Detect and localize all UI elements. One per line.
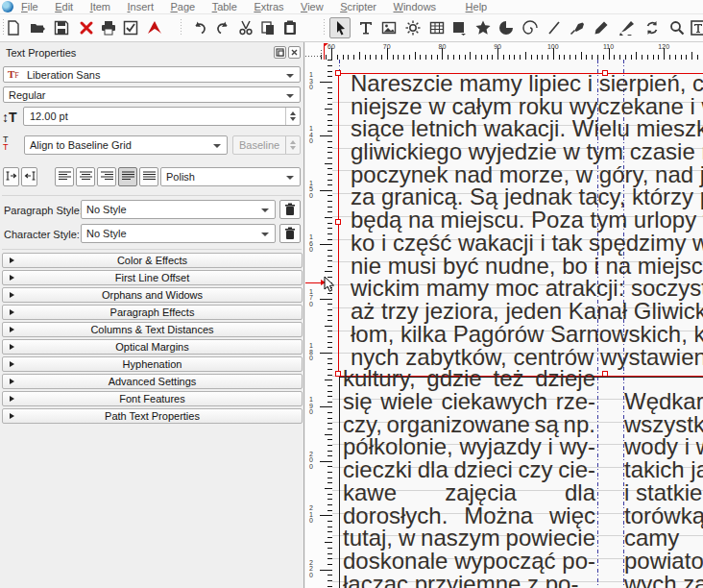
ruler-tick [327,180,332,181]
section-font-features[interactable]: Font Features [2,391,303,406]
ruler-tick [581,52,582,60]
menu-edit[interactable]: Edit [55,0,73,13]
document-page[interactable]: Nareszcie mamy lipiec i sierpień, czyli … [332,60,703,588]
align-center-button[interactable] [76,167,95,186]
align-justify-button[interactable] [118,167,137,186]
ruler-tick [425,55,426,60]
menu-page[interactable]: Page [170,0,195,13]
ruler-tick [448,55,448,60]
close-panel-button[interactable] [288,46,301,59]
insert-spiral-icon[interactable] [522,20,538,36]
ruler-tick [348,55,349,60]
section-columns-text-distances[interactable]: Columns & Text Distances [2,322,303,337]
insert-arc-icon[interactable] [498,20,514,36]
menu-windows[interactable]: Windows [393,0,436,13]
horizontal-ruler[interactable]: 60708090100110120 [305,42,703,60]
close-icon[interactable] [79,20,94,36]
copy-icon[interactable] [260,20,276,36]
insert-image-frame-icon[interactable] [381,20,397,36]
menu-table[interactable]: Table [212,0,237,13]
character-style-combo[interactable]: No Style [81,224,276,243]
section-path-text-properties[interactable]: Path Text Properties [2,408,303,424]
menu-help[interactable]: Help [466,0,488,13]
document-canvas[interactable]: Nareszcie mamy lipiec i sierpień, czyli … [305,42,703,588]
ruler-tick [327,76,332,77]
menu-file[interactable]: File [21,0,38,13]
section-label: Color & Effects [117,255,187,266]
cut-icon[interactable] [238,20,254,36]
text-line: kawe zajęcia dla [343,481,595,504]
section-advanced-settings[interactable]: Advanced Settings [2,374,303,389]
language-combo[interactable]: Polish [160,167,301,186]
remove-paragraph-style-button[interactable] [279,200,301,219]
insert-line-icon[interactable] [546,20,562,36]
font-family-combo[interactable]: TF Liberation Sans [3,66,301,83]
align-right-button[interactable] [97,167,116,186]
align-force-justify-button[interactable] [139,167,158,186]
frame-handle[interactable] [335,70,341,76]
menu-view[interactable]: View [301,0,324,13]
open-icon[interactable] [30,20,45,36]
insert-text-frame-icon[interactable] [358,20,374,36]
insert-bezier-icon[interactable] [570,20,585,36]
paste-icon[interactable] [282,20,298,36]
font-style-combo[interactable]: Regular [3,86,301,103]
insert-freehand-icon[interactable] [594,20,609,36]
chevron-down-icon [286,176,294,180]
spinner-buttons [285,136,300,154]
export-pdf-icon[interactable] [147,20,162,36]
font-size-spinbox[interactable]: 12.00 pt [23,107,301,126]
section-label: Path Text Properties [105,410,200,422]
chevron-down-icon [213,144,221,148]
undo-icon[interactable] [192,20,207,36]
new-document-icon[interactable] [6,20,21,36]
ruler-tick [327,260,332,261]
menu-insert[interactable]: Insert [127,0,154,13]
character-style-value: No Style [86,228,127,239]
section-label: Columns & Text Distances [90,324,213,335]
float-panel-button[interactable] [274,46,286,59]
direction-ltr-button[interactable] [3,167,19,186]
line-spacing-mode-combo[interactable]: Align to Baseline Grid [24,135,228,155]
menu-extras[interactable]: Extras [254,0,283,13]
vertical-ruler[interactable]: 1 3 01 4 01 5 01 6 01 7 01 8 01 9 02 0 0… [305,60,332,588]
ruler-tick [327,375,332,376]
rotate-item-icon[interactable] [644,20,660,36]
section-optical-margins[interactable]: Optical Margins [2,339,303,355]
text-line: powiatowe [624,550,703,573]
spinner-buttons[interactable] [285,108,300,125]
remove-character-style-button[interactable] [279,224,301,243]
insert-shape-icon[interactable] [451,20,467,36]
insert-polygon-icon[interactable] [475,20,491,36]
insert-table-icon[interactable] [429,20,445,36]
print-icon[interactable] [101,20,116,36]
paragraph-style-combo[interactable]: No Style [81,200,276,219]
ruler-tick [327,92,332,93]
frame-handle[interactable] [602,371,608,377]
insert-render-frame-icon[interactable] [405,20,421,36]
redo-icon[interactable] [215,20,230,36]
ruler-tick [597,55,598,60]
ruler-tick [325,109,332,110]
save-icon[interactable] [54,20,69,36]
text-line: niejsze w całym roku wyczekane i wymarzo… [351,95,703,118]
preflight-verifier-icon[interactable] [123,20,138,36]
menu-scripter[interactable]: Scripter [340,0,376,13]
select-item-icon[interactable] [333,20,349,36]
frame-handle[interactable] [335,219,341,225]
ruler-tick [327,347,332,348]
section-hyphenation[interactable]: Hyphenation [2,356,303,372]
menu-item[interactable]: Item [90,0,110,13]
section-orphans-and-widows[interactable]: Orphans and Widows [2,287,303,303]
direction-rtl-button[interactable] [21,167,37,186]
menu-bar: File Edit Item Insert Page Table Extras … [0,0,703,14]
ruler-label: 110 [603,43,614,50]
zoom-icon[interactable] [669,20,685,36]
edit-contents-icon[interactable] [691,20,703,36]
section-color-effects[interactable]: Color & Effects [2,253,303,268]
section-paragraph-effects[interactable]: Paragraph Effects [2,305,303,320]
insert-calligraphic-line-icon[interactable] [618,20,634,36]
section-first-line-offset[interactable]: First Line Offset [2,270,303,285]
frame-handle[interactable] [335,371,341,377]
align-left-button[interactable] [55,167,74,186]
